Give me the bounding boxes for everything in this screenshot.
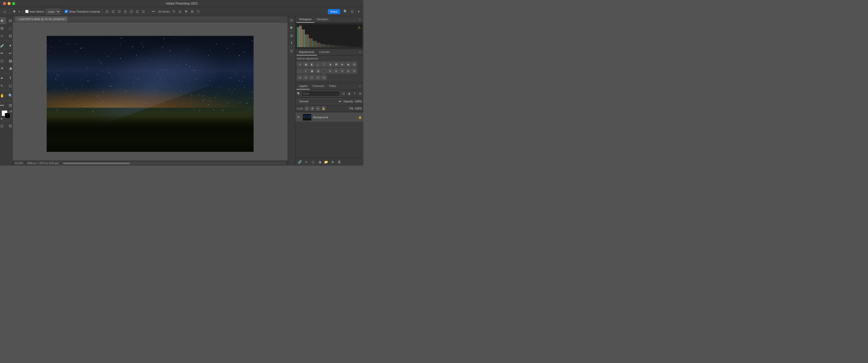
adj-gradient-map-button[interactable]: ▤: [315, 68, 321, 74]
artboard-tool[interactable]: ⊡: [6, 17, 12, 24]
adj-extra1-button[interactable]: ⊡: [327, 68, 333, 74]
right-panel-icon-info[interactable]: ℹ: [289, 40, 295, 45]
dodge-tool[interactable]: ☀: [0, 65, 6, 72]
align-right-button[interactable]: ⊡: [117, 9, 122, 14]
adj-extra5-button[interactable]: ⊡: [351, 68, 357, 74]
distribute-h-button[interactable]: ⊡: [135, 9, 140, 14]
fill-value[interactable]: 100%: [355, 107, 362, 110]
layers-search-input[interactable]: [302, 91, 340, 96]
gradient-tool[interactable]: ▤: [6, 57, 12, 64]
adj-posterize-button[interactable]: ≡: [303, 68, 309, 74]
filter-shape-button[interactable]: ⊟: [358, 91, 363, 96]
tab-paths[interactable]: Paths: [327, 83, 339, 90]
adj-extra4-button[interactable]: ⊡: [345, 68, 351, 74]
marquee-tool[interactable]: ⊟: [0, 25, 6, 32]
more-options-button[interactable]: •••: [151, 9, 156, 14]
new-group-button[interactable]: 📁: [323, 159, 329, 165]
layer-item-background[interactable]: 👁 Background 🔒: [296, 113, 363, 122]
tab-adjustments[interactable]: Adjustments: [297, 49, 317, 56]
text-tool[interactable]: T: [6, 75, 12, 82]
eraser-tool[interactable]: ◻: [0, 57, 6, 64]
adj-curves-button[interactable]: ◧: [309, 62, 315, 67]
blur-tool[interactable]: ◑: [6, 65, 12, 72]
adj-hsl-button[interactable]: ◑: [327, 62, 333, 67]
home-button[interactable]: ⌂: [2, 8, 7, 14]
background-color-swatch[interactable]: [5, 113, 10, 119]
lock-position-button[interactable]: ✥: [310, 106, 315, 111]
path-selection-tool[interactable]: ↖: [0, 82, 6, 89]
adjustments-menu-button[interactable]: ≡: [357, 50, 362, 55]
adj-threshold-button[interactable]: ▩: [309, 68, 315, 74]
zoom-tool[interactable]: 🔍: [6, 92, 12, 99]
tab-close-icon[interactable]: ×: [17, 18, 19, 21]
scroll-bar[interactable]: [63, 162, 286, 164]
align-top-button[interactable]: ⊡: [123, 9, 128, 14]
share-button[interactable]: Share: [328, 9, 340, 14]
more-tools-button[interactable]: •••: [0, 102, 6, 109]
new-adjustment-button[interactable]: ◑: [317, 159, 322, 165]
adj-row3-3-button[interactable]: ⊡: [309, 75, 315, 80]
adj-row3-1-button[interactable]: ⊡: [297, 75, 303, 80]
workspace-dropdown-button[interactable]: ▾: [356, 9, 361, 14]
fx-button[interactable]: fx: [304, 159, 309, 165]
tab-channels[interactable]: Channels: [310, 83, 327, 90]
hand-tool[interactable]: ✋: [0, 92, 6, 99]
filter-text-button[interactable]: T: [352, 91, 357, 96]
tab-histogram[interactable]: Histogram: [297, 16, 314, 23]
adj-row3-4-button[interactable]: ⊡: [315, 75, 321, 80]
distribute-v-button[interactable]: ⊡: [129, 9, 134, 14]
transform-controls-checkbox[interactable]: [65, 10, 68, 13]
adj-exposure-button[interactable]: △: [315, 62, 321, 67]
align-center-h-button[interactable]: ⊡: [111, 9, 116, 14]
delete-layer-button[interactable]: 🗑: [336, 159, 342, 165]
magic-wand-tool[interactable]: ⊹: [0, 32, 6, 39]
right-panel-icon-history[interactable]: ⊡: [289, 17, 295, 23]
move-tool[interactable]: ✥: [0, 17, 6, 24]
move-tool-button[interactable]: ✥: [12, 8, 17, 14]
crop-tool[interactable]: ⊡: [6, 32, 12, 39]
transform-controls-label[interactable]: Show Transform Controls: [65, 10, 100, 13]
adj-extra3-button[interactable]: ⊡: [339, 68, 345, 74]
link-layers-button[interactable]: 🔗: [297, 159, 303, 165]
search-button[interactable]: 🔍: [343, 9, 348, 14]
auto-select-label[interactable]: Auto-Select:: [25, 10, 45, 13]
auto-select-checkbox[interactable]: [25, 10, 29, 13]
close-window-button[interactable]: [3, 2, 6, 5]
filter-pixel-button[interactable]: ⊡: [341, 91, 346, 96]
3d-slide-button[interactable]: ⊕: [189, 9, 195, 14]
adj-levels-button[interactable]: ▦: [303, 62, 309, 67]
adj-extra2-button[interactable]: ⊡: [333, 68, 339, 74]
lock-artboard-button[interactable]: ⊡: [316, 106, 320, 111]
align-left-button[interactable]: ⊡: [104, 9, 110, 14]
layers-menu-button[interactable]: ≡: [357, 84, 362, 89]
eyedropper-tool[interactable]: 💉: [0, 42, 6, 49]
adj-selective-color-button[interactable]: ⬛: [321, 68, 327, 74]
add-mask-button[interactable]: ◻: [310, 159, 316, 165]
minimize-window-button[interactable]: [7, 2, 10, 5]
lock-pixels-button[interactable]: ⊡: [305, 106, 309, 111]
3d-pan-button[interactable]: ✥: [183, 9, 189, 14]
layer-select-dropdown[interactable]: Layer: [46, 9, 60, 14]
screen-mode-button[interactable]: ◻: [0, 122, 6, 129]
filter-adj-button[interactable]: ◑: [346, 91, 351, 96]
tab-navigator[interactable]: Navigator: [314, 16, 331, 23]
adj-invert-button[interactable]: ⋮: [297, 68, 303, 74]
adj-vibrance-button[interactable]: ▽: [321, 62, 327, 67]
swap-colors-icon[interactable]: ⇄: [10, 110, 12, 113]
workspace-layout-button[interactable]: ⊡: [349, 9, 355, 14]
extra-tool[interactable]: ⊡: [6, 102, 12, 109]
3d-scale-button[interactable]: ⬡: [195, 9, 201, 14]
tab-libraries[interactable]: Libraries: [317, 49, 333, 56]
blend-mode-select[interactable]: Normal: [297, 99, 342, 104]
maximize-window-button[interactable]: [12, 2, 15, 5]
right-panel-icon-play[interactable]: ▶: [289, 24, 295, 30]
spot-heal-tool[interactable]: ✦: [6, 42, 12, 49]
pen-tool[interactable]: ✒: [0, 75, 6, 82]
screen-mode-alt-button[interactable]: ⊡: [6, 122, 12, 129]
right-panel-icon-more[interactable]: ⊡: [289, 48, 295, 54]
adj-channel-mix-button[interactable]: ⊞: [351, 62, 357, 67]
histogram-menu-button[interactable]: ≡: [357, 17, 362, 22]
right-panel-icon-filters[interactable]: ⊟: [289, 33, 295, 39]
tab-layers[interactable]: Layers: [297, 83, 310, 90]
canvas-scroll-area[interactable]: [12, 22, 288, 161]
